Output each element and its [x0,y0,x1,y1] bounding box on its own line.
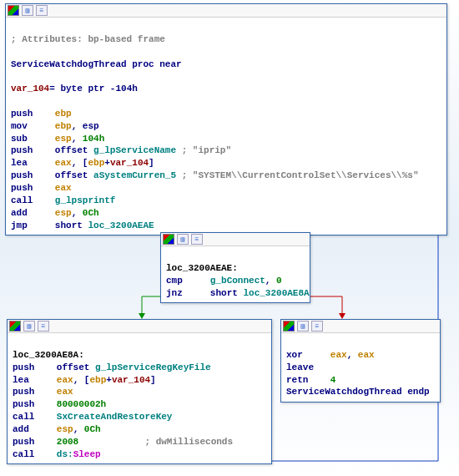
mnemonic: push [11,145,33,155]
varref[interactable]: var_104 [112,375,150,385]
list-icon[interactable]: ≡ [38,321,49,332]
mnemonic: cmp [166,276,183,286]
imm: 80000002h [57,399,106,409]
loc-label[interactable]: loc_3200AE8A: [13,350,84,360]
node-header: ▥ ≡ [8,320,271,333]
loc-label[interactable]: loc_3200AEAE: [166,263,238,273]
symbol[interactable]: g_lpsprintf [55,195,116,205]
disasm-node-loop[interactable]: ▥ ≡ loc_3200AE8A: push offset g_lpServic… [7,319,272,464]
mnemonic: retn [286,375,308,385]
proc-end[interactable]: ServiceWatchdogThread [286,387,402,397]
node-body: loc_3200AEAE: cmp g_bConnect, 0 jnz shor… [161,246,310,302]
node-header: ▥ ≡ [161,233,310,246]
mnemonic: push [13,387,34,397]
list-icon[interactable]: ≡ [191,234,203,245]
list-icon[interactable]: ≡ [311,321,323,332]
svg-marker-2 [339,313,346,319]
disasm-node-exit[interactable]: ▥ ≡ xor eax, eax leave retn 4 ServiceWat… [280,319,441,403]
mnemonic: call [11,195,33,205]
mnemonic: call [13,449,34,459]
chart-icon[interactable]: ▥ [177,234,189,245]
node-header: ▥ ≡ [6,4,446,18]
mnemonic: jnz [166,288,183,298]
list-icon[interactable]: ≡ [36,5,48,16]
asm-comment: ; Attributes: bp-based frame [11,34,165,44]
mnemonic: sub [11,134,28,144]
loc-ref[interactable]: loc_3200AEAE [88,220,154,230]
mnemonic: call [13,412,34,422]
chart-icon[interactable]: ▥ [23,321,35,332]
node-body: xor eax, eax leave retn 4 ServiceWatchdo… [281,333,440,402]
imm: 104h [83,134,104,144]
asm-comment: ; dwMilliseconds [78,437,233,447]
loc-ref[interactable]: loc_3200AE8A [243,288,309,298]
varref[interactable]: var_104 [110,158,149,168]
mnemonic: jmp [11,220,28,230]
disasm-node-entry[interactable]: ▥ ≡ ; Attributes: bp-based frame Service… [5,3,447,235]
palette-icon[interactable] [163,234,174,245]
mnemonic: lea [13,375,29,385]
symbol[interactable]: aSystemCurren_5 [93,170,176,180]
var-name[interactable]: var_104 [11,84,49,94]
mnemonic: xor [286,350,303,360]
chart-icon[interactable]: ▥ [297,321,309,332]
asm-comment: ; "iprip" [176,145,231,155]
imm: 2008 [57,437,78,447]
disasm-node-cond[interactable]: ▥ ≡ loc_3200AEAE: cmp g_bConnect, 0 jnz … [160,232,310,303]
mnemonic: push [13,437,34,447]
mnemonic: push [11,183,33,193]
mnemonic: add [11,208,28,218]
asm-comment: ; "SYSTEM\\CurrentControlSet\\Services\\… [176,170,418,180]
var-rest: = byte ptr -104h [49,84,138,94]
node-body: ; Attributes: bp-based frame ServiceWatc… [6,18,446,235]
symbol[interactable]: g_lpServiceRegKeyFile [95,362,211,372]
svg-marker-1 [139,313,145,319]
palette-icon[interactable] [8,5,19,16]
mnemonic: push [11,109,33,119]
palette-icon[interactable] [9,321,21,332]
mnemonic: mov [11,121,28,131]
node-header: ▥ ≡ [281,320,440,333]
api-call[interactable]: Sleep [73,449,101,459]
palette-icon[interactable] [283,321,295,332]
proc-decl[interactable]: ServiceWatchdogThread proc near [11,59,182,69]
operand: ebp [55,109,72,119]
mnemonic: push [11,170,33,180]
mnemonic: push [13,399,34,409]
node-body: loc_3200AE8A: push offset g_lpServiceReg… [8,333,271,463]
symbol[interactable]: g_lpServiceName [93,145,176,155]
mnemonic: add [13,424,29,434]
mnemonic: lea [11,158,28,168]
symbol[interactable]: g_bConnect [210,276,265,286]
mnemonic: push [13,362,34,372]
symbol[interactable]: SxCreateAndRestoreKey [57,412,173,422]
operand: ebp [55,121,72,131]
operand: esp [55,134,72,144]
mnemonic: leave [286,362,314,372]
chart-icon[interactable]: ▥ [22,5,33,16]
